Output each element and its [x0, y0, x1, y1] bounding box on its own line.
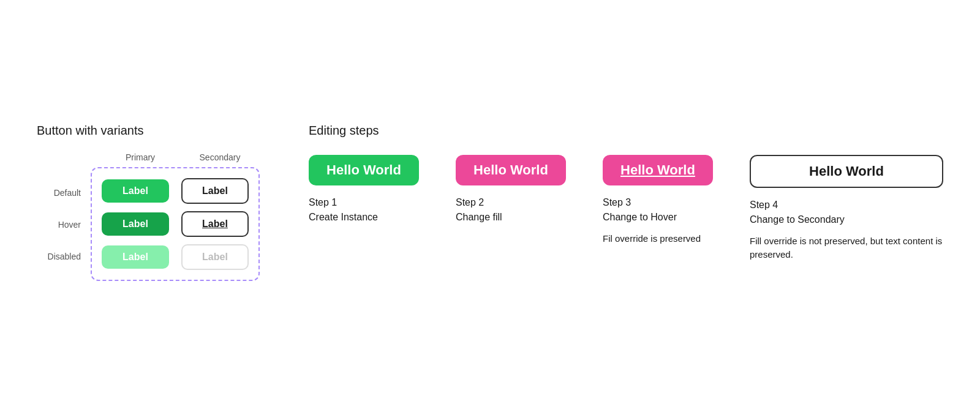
btn-secondary-hover[interactable]: Label [181, 211, 249, 237]
step1-description: Step 1 Create Instance [309, 195, 419, 225]
col-headers: Primary Secondary [37, 152, 260, 162]
step4-note: Fill override is not preserved, but text… [750, 234, 943, 262]
step-3: Hello World Step 3 Change to Hover Fil o… [603, 155, 713, 246]
variant-row-hover: LabelLabel [102, 211, 249, 237]
steps-title: Editing steps [309, 124, 943, 138]
step2-button[interactable]: Hello World [456, 155, 566, 185]
dashed-box: LabelLabelLabelLabelLabelLabel [91, 167, 260, 281]
step3-note: Fil override is preserved [603, 232, 713, 246]
main-container: Button with variants Primary Secondary D… [0, 99, 980, 305]
right-panel: Editing steps Hello World Step 1 Create … [309, 124, 943, 262]
steps-row: Hello World Step 1 Create Instance Hello… [309, 155, 943, 262]
left-panel: Button with variants Primary Secondary D… [37, 124, 260, 281]
step1-label: Step 1 Create Instance [309, 195, 419, 225]
left-panel-title: Button with variants [37, 124, 260, 138]
variant-row-disabled: LabelLabel [102, 244, 249, 270]
row-label-hover: Hover [37, 209, 81, 241]
step3-label: Step 3 Change to Hover [603, 195, 713, 225]
variants-table: Primary Secondary DefaultHoverDisabledLa… [37, 152, 260, 281]
step1-button[interactable]: Hello World [309, 155, 419, 185]
col-header-secondary: Secondary [180, 152, 260, 162]
step4-label: Step 4 Change to Secondary [750, 198, 943, 227]
variant-row-default: LabelLabel [102, 178, 249, 204]
col-header-primary: Primary [100, 152, 180, 162]
step4-button[interactable]: Hello World [750, 155, 943, 188]
btn-secondary-disabled: Label [181, 244, 249, 270]
step3-button[interactable]: Hello World [603, 155, 713, 185]
step2-description: Step 2 Change fill [456, 195, 566, 225]
step3-description: Step 3 Change to Hover Fil override is p… [603, 195, 713, 246]
row-label-default: Default [37, 177, 81, 209]
btn-primary-hover[interactable]: Label [102, 212, 169, 236]
btn-primary-default[interactable]: Label [102, 179, 169, 203]
btn-primary-disabled: Label [102, 245, 169, 269]
step4-description: Step 4 Change to Secondary Fill override… [750, 198, 943, 262]
btn-secondary-default[interactable]: Label [181, 178, 249, 204]
step-1: Hello World Step 1 Create Instance [309, 155, 419, 225]
step-2: Hello World Step 2 Change fill [456, 155, 566, 225]
step2-label: Step 2 Change fill [456, 195, 566, 225]
row-label-disabled: Disabled [37, 241, 81, 272]
step-4: Hello World Step 4 Change to Secondary F… [750, 155, 943, 262]
